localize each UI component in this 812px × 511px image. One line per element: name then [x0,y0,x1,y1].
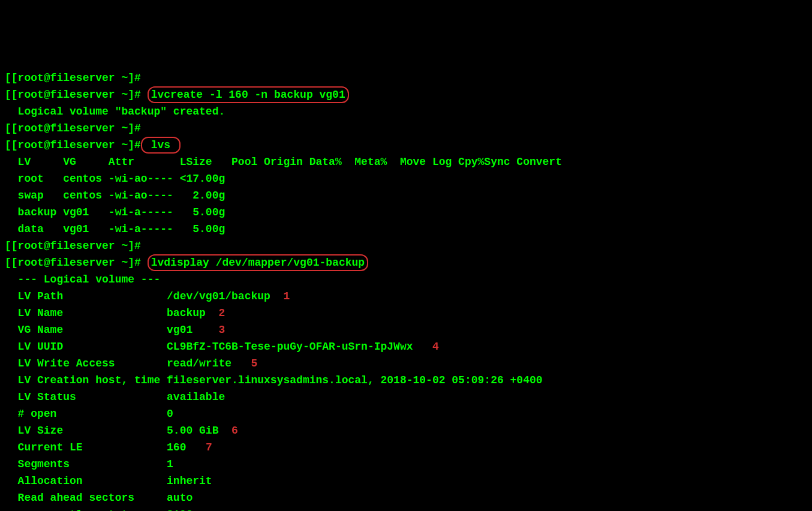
shell-prompt: [root@fileserver ~]# [11,72,141,84]
lvs-row-root: root centos -wi-ao---- <17.00g [5,173,225,185]
annotation-5: 5 [251,357,257,369]
command-text: lvdisplay /dev/mapper/vg01-backup [151,257,365,269]
lvdisplay-lv-creation: LV Creation host, time fileserver.linuxs… [5,374,543,386]
output-line: Logical volume "backup" created. [5,106,225,118]
prompt-bracket: [ [5,240,11,252]
lvdisplay-lv-write-label: LV Write Access [5,357,160,369]
lvs-row-swap: swap centos -wi-ao---- 2.00g [5,190,225,202]
prompt-bracket: [ [5,72,11,84]
prompt-bracket: [ [5,89,11,101]
lvdisplay-vg-name-value: vg01 [160,324,193,336]
prompt-bracket: [ [5,139,11,151]
shell-prompt: [root@fileserver ~]# [11,257,141,269]
terminal-output: [[root@fileserver ~]# [[root@fileserver … [5,70,807,511]
shell-prompt: [root@fileserver ~]# [11,240,141,252]
lvdisplay-lv-path-label: LV Path [5,290,160,302]
shell-prompt: [root@fileserver ~]# [11,89,141,101]
shell-prompt: [root@fileserver ~]# [11,122,141,134]
prompt-bracket: [ [5,122,11,134]
command-text: lvcreate -l 160 -n backup vg01 [151,89,345,101]
command-text: lvs [151,139,170,151]
lvdisplay-lv-path-value: /dev/vg01/backup [160,290,270,302]
lvdisplay-segments-value: 1 [160,458,173,470]
lvdisplay-current-le-label: Current LE [5,441,160,453]
annotation-2: 2 [218,307,225,319]
lvdisplay-lv-status-value: available [160,391,225,403]
lvdisplay-allocation-label: Allocation [5,475,160,487]
annotation-1: 1 [284,290,290,302]
lvdisplay-lv-size-value: 5.00 GiB [160,425,218,437]
annotation-4: 4 [432,341,439,353]
highlighted-command-lvdisplay: lvdisplay /dev/mapper/vg01-backup [148,254,368,271]
shell-prompt: [root@fileserver ~]# [11,139,141,151]
lvdisplay-read-ahead-label: Read ahead sectors [5,492,160,504]
lvdisplay-currently-set-label: - currently set to [5,509,160,511]
lvdisplay-segments-label: Segments [5,458,160,470]
prompt-bracket: [ [5,257,11,269]
lvdisplay-read-ahead-value: auto [160,492,193,504]
lvs-header: LV VG Attr LSize Pool Origin Data% Meta%… [5,156,562,168]
lvdisplay-open-label: # open [5,408,160,420]
lvdisplay-lv-uuid-value: CL9BfZ-TC6B-Tese-puGy-OFAR-uSrn-IpJWwx [160,341,413,353]
lvs-row-data: data vg01 -wi-a----- 5.00g [5,223,225,235]
annotation-3: 3 [218,324,225,336]
highlighted-command-lvcreate: lvcreate -l 160 -n backup vg01 [148,86,349,103]
lvdisplay-lv-name-value: backup [160,307,206,319]
lvdisplay-currently-set-value: 8192 [160,509,193,511]
annotation-6: 6 [231,425,238,437]
annotation-7: 7 [206,441,212,453]
lvdisplay-lv-size-label: LV Size [5,425,160,437]
lvs-row-backup: backup vg01 -wi-a----- 5.00g [5,206,225,218]
lvdisplay-lv-name-label: LV Name [5,307,160,319]
highlighted-command-lvs: lvs [141,137,181,154]
lvdisplay-open-value: 0 [160,408,173,420]
lvdisplay-vg-name-label: VG Name [5,324,160,336]
lvdisplay-lv-status-label: LV Status [5,391,160,403]
lvdisplay-allocation-value: inherit [160,475,212,487]
lvdisplay-current-le-value: 160 [160,441,186,453]
lvdisplay-lv-write-value: read/write [160,357,231,369]
lvdisplay-header: --- Logical volume --- [5,273,160,285]
lvdisplay-lv-uuid-label: LV UUID [5,341,160,353]
